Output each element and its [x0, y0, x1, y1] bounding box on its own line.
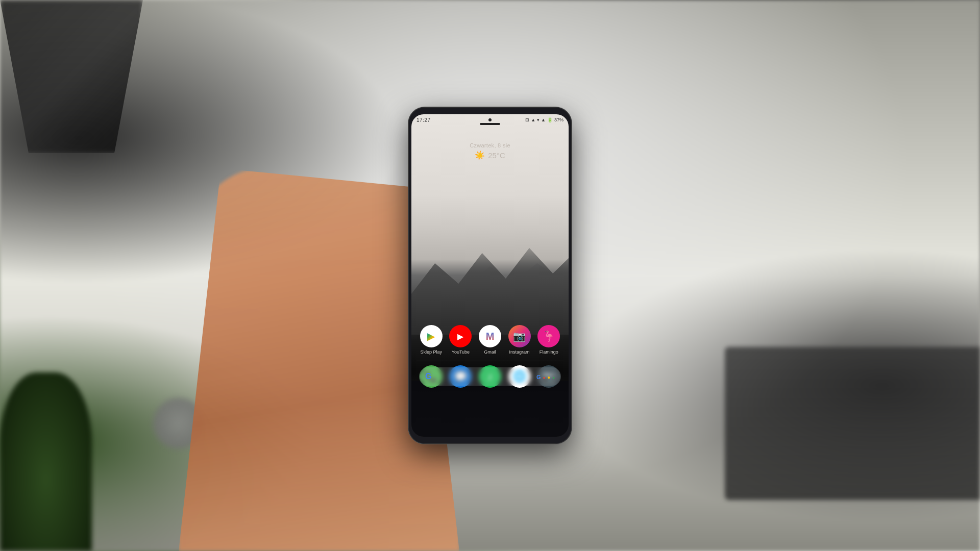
plant-bg [0, 372, 92, 551]
camera-area [480, 118, 500, 125]
phone-screen: 17:27 ⊟ ▲ ▾ ▲ 🔋 37% Czwartek, 8 sie ☀️ 2… [411, 114, 569, 437]
weather-temp: 25°C [488, 151, 505, 160]
apps-section: Sklep Play YouTube Gmail Instagram [411, 325, 569, 396]
notification-icon: ⊟ [525, 117, 529, 122]
google-search-bar[interactable]: G G ● ● ● [419, 367, 561, 386]
app-play-store[interactable]: Sklep Play [419, 325, 444, 355]
app-row-1: Sklep Play YouTube Gmail Instagram [416, 325, 564, 355]
front-camera [488, 118, 492, 121]
weather-icon: ☀️ [475, 151, 485, 160]
status-icons: ⊟ ▲ ▾ ▲ 🔋 37% [525, 117, 564, 122]
weather-date: Czwartek, 8 sie [470, 142, 510, 148]
flamingo-label: Flamingo [540, 349, 558, 355]
signal-icon: ▲ [541, 117, 546, 122]
weather-temp-row: ☀️ 25°C [470, 151, 510, 160]
gmail-label: Gmail [484, 349, 496, 355]
phone-device: 17:27 ⊟ ▲ ▾ ▲ 🔋 37% Czwartek, 8 sie ☀️ 2… [408, 107, 572, 444]
flamingo-icon[interactable] [537, 325, 560, 347]
row-separator [416, 361, 564, 361]
phone-wrapper: 17:27 ⊟ ▲ ▾ ▲ 🔋 37% Czwartek, 8 sie ☀️ 2… [408, 107, 572, 444]
cloud-icon: ▲ [531, 117, 535, 122]
keyboard-bg [725, 347, 980, 500]
app-flamingo[interactable]: Flamingo [536, 325, 561, 355]
wifi-icon: ▾ [537, 117, 540, 122]
google-logo: G [425, 372, 431, 381]
youtube-icon[interactable] [449, 325, 472, 347]
battery-percent: 37% [554, 117, 564, 122]
app-youtube[interactable]: YouTube [448, 325, 473, 355]
app-instagram[interactable]: Instagram [507, 325, 532, 355]
youtube-label: YouTube [452, 349, 470, 355]
app-gmail[interactable]: Gmail [477, 325, 503, 355]
play-store-label: Sklep Play [421, 349, 443, 355]
google-assistant[interactable]: G ● ● ● [536, 372, 555, 381]
instagram-icon[interactable] [508, 325, 531, 347]
speaker-grille [480, 123, 500, 125]
play-store-icon[interactable] [420, 325, 443, 347]
mountain-near [411, 233, 569, 335]
battery-icon: 🔋 [547, 117, 553, 122]
instagram-label: Instagram [509, 349, 530, 355]
weather-widget: Czwartek, 8 sie ☀️ 25°C [470, 142, 510, 160]
google-g-blue: G [425, 372, 431, 381]
status-time: 17:27 [416, 117, 431, 123]
gmail-icon[interactable] [479, 325, 501, 347]
